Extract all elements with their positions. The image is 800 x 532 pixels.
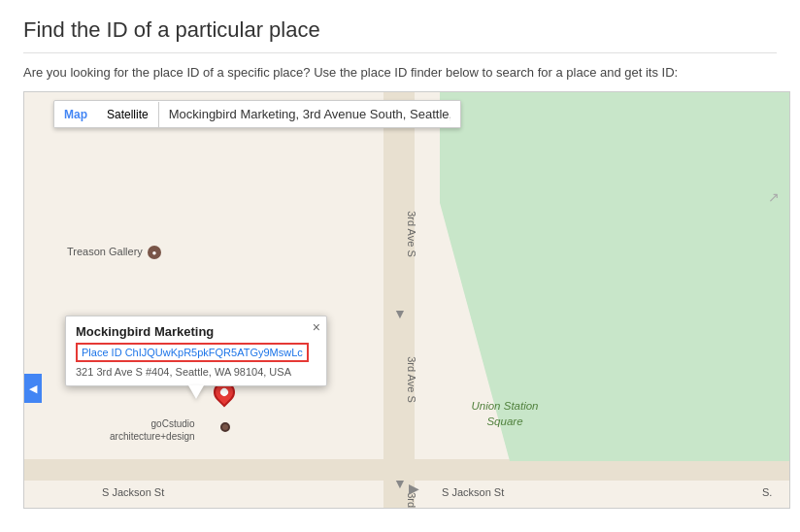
vertical-street-1 <box>383 92 415 508</box>
treason-gallery-label: Treason Gallery <box>67 246 161 259</box>
map-tab[interactable]: Map <box>54 102 97 127</box>
map-search-input[interactable] <box>159 101 460 127</box>
gocstudio-marker <box>220 422 230 432</box>
gocstudio-label: goCstudioarchitecture+design <box>110 417 195 443</box>
map-search-bar: Map Satellite <box>53 100 461 128</box>
horizontal-street-bottom <box>24 459 789 481</box>
popup-close-button[interactable]: × <box>313 320 320 334</box>
treason-gallery-icon <box>148 246 161 259</box>
arrow-ne: ↗ <box>768 189 780 205</box>
road-label-3rd-ave-2: 3rd Ave S <box>406 356 417 403</box>
page-title: Find the ID of a particular place <box>23 17 777 43</box>
arrow-right-1: ▶ <box>409 481 419 496</box>
arrow-down-1: ▼ <box>393 306 407 321</box>
road-label-3rd-ave-1: 3rd Ave S <box>406 211 417 257</box>
divider <box>23 52 777 53</box>
road-label-s-jackson-1: S Jackson St <box>102 486 164 498</box>
place-popup: × Mockingbird Marketing Place ID ChIJQUw… <box>65 316 327 386</box>
map-type-buttons: Map Satellite <box>54 102 159 127</box>
union-station-label: Union StationSquare <box>461 398 549 429</box>
page-description: Are you looking for the place ID of a sp… <box>23 65 777 80</box>
popup-title: Mockingbird Marketing <box>76 324 317 339</box>
popup-tail <box>188 385 204 399</box>
popup-address: 321 3rd Ave S #404, Seattle, WA 98104, U… <box>76 366 317 378</box>
map-left-indicator: ◀ <box>24 374 42 403</box>
road-label-s-short: S. <box>762 486 772 498</box>
map-container: ◀ Treason Gallery 3rd Ave S 3rd Ave S 3r… <box>23 91 790 509</box>
popup-place-id[interactable]: Place ID ChIJQUwKpR5pkFQR5ATGy9MswLc <box>76 343 309 362</box>
road-label-s-jackson-2: S Jackson St <box>442 486 504 498</box>
arrow-down-2: ▼ <box>393 476 407 491</box>
satellite-tab[interactable]: Satellite <box>97 102 158 127</box>
